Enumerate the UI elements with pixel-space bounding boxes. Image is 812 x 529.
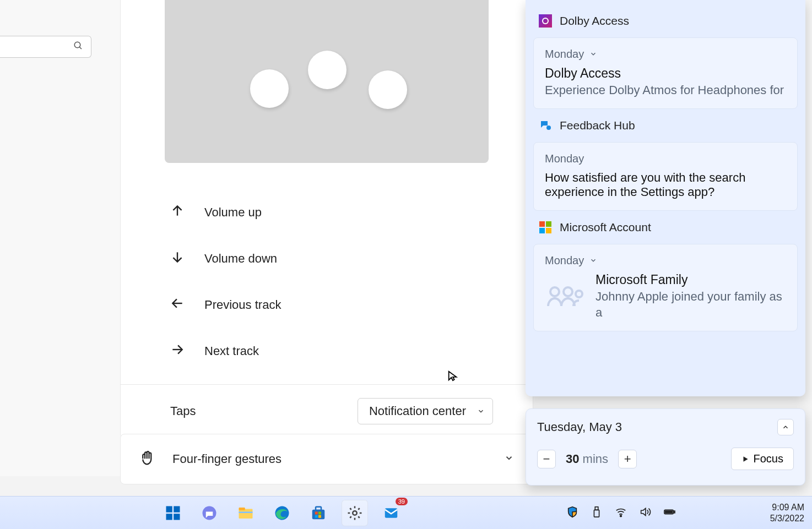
notification-center: Dolby Access Monday Dolby Access Experie… [526,0,805,396]
touch-point-icon [250,69,289,108]
svg-rect-21 [315,511,318,514]
feedback-hub-icon [539,119,552,132]
svg-rect-17 [239,511,253,513]
arrow-up-icon [170,204,185,221]
dropdown-value: Notification center [369,404,466,418]
chevron-down-icon [504,453,514,465]
svg-rect-28 [594,510,599,517]
notification-body: Experience Dolby Atmos for Headphones fo… [545,82,786,99]
touch-point-icon [369,70,407,109]
taskbar-store-icon[interactable] [305,500,332,526]
taskbar-clock[interactable]: 9:09 AM 5/3/2022 [770,502,804,524]
svg-point-29 [620,515,622,516]
three-finger-gestures-card: Volume up Volume down Previous track Nex… [120,0,533,438]
svg-point-0 [74,42,80,48]
chevron-down-icon [589,48,597,61]
svg-rect-20 [316,506,321,510]
microsoft-icon [539,221,552,234]
gesture-row-previous-track[interactable]: Previous track [170,282,533,328]
arrow-down-icon [170,250,185,268]
four-finger-gestures-card[interactable]: Four-finger gestures [120,434,533,484]
notification-card[interactable]: Monday Dolby Access Experience Dolby Atm… [533,37,798,109]
svg-point-7 [550,287,559,296]
touch-point-icon [308,51,347,89]
svg-rect-22 [318,511,321,514]
clock-time: 9:09 AM [770,502,804,513]
notification-time-row: Monday [545,152,786,165]
dolby-icon [539,14,552,28]
gesture-preview [165,0,489,163]
volume-icon[interactable] [639,506,651,520]
notification-card[interactable]: Monday How satisfied are you with the se… [533,142,798,211]
gesture-label: Previous track [204,298,281,312]
arrow-left-icon [170,296,185,314]
four-finger-label: Four-finger gestures [172,452,488,466]
svg-rect-27 [595,506,598,510]
chevron-up-icon [782,423,789,431]
notification-time: Monday [545,48,584,61]
notification-app-header-msaccount[interactable]: Microsoft Account [533,219,798,236]
svg-rect-24 [318,515,321,517]
focus-decrement-button[interactable]: − [537,450,556,468]
calendar-date[interactable]: Tuesday, May 3 [537,420,622,434]
svg-rect-13 [174,514,180,520]
svg-rect-15 [239,509,253,519]
notification-app-header-feedback[interactable]: Feedback Hub [533,117,798,134]
taskbar: 39 9:09 AM 5/3/2022 [0,496,812,529]
svg-rect-10 [166,506,172,512]
usb-icon[interactable] [591,506,603,520]
start-button[interactable] [160,500,186,526]
notification-body: Johnny Apple joined your family as a [596,288,786,321]
notification-app-header-dolby[interactable]: Dolby Access [533,12,798,30]
settings-window: Volume up Volume down Previous track Nex… [0,0,532,476]
security-icon[interactable] [566,506,578,520]
svg-rect-12 [166,514,172,520]
gesture-row-next-track[interactable]: Next track [170,328,533,374]
taskbar-chat-icon[interactable] [196,500,223,526]
search-icon [73,41,83,53]
arrow-right-icon [170,342,185,360]
battery-icon[interactable] [663,506,675,520]
family-icon [545,282,584,312]
svg-rect-32 [665,511,673,513]
notification-time-row[interactable]: Monday [545,48,786,61]
svg-point-9 [576,291,582,297]
notification-time: Monday [545,254,584,267]
app-name: Microsoft Account [560,221,651,234]
notification-title: Microsoft Family [596,272,786,287]
focus-button[interactable]: Focus [731,448,794,470]
gesture-label: Volume up [204,205,262,220]
taskbar-explorer-icon[interactable] [232,500,259,526]
collapse-button[interactable] [777,419,794,435]
svg-rect-11 [174,506,180,512]
taskbar-mail-icon[interactable]: 39 [378,500,404,526]
taps-row: Taps Notification center [121,384,533,438]
clock-date: 5/3/2022 [770,513,804,524]
calendar-focus-panel: Tuesday, May 3 − 30 mins + Focus [526,408,805,486]
gesture-label: Volume down [204,252,277,266]
focus-duration: 30 mins [566,452,608,466]
gesture-row-volume-down[interactable]: Volume down [170,236,533,282]
taskbar-edge-icon[interactable] [269,500,295,526]
taps-label: Taps [170,404,196,418]
hand-icon [139,450,156,468]
notification-time-row[interactable]: Monday [545,254,786,267]
focus-increment-button[interactable]: + [618,450,637,468]
search-box[interactable] [0,36,91,58]
taskbar-settings-icon[interactable] [342,500,368,526]
wifi-icon[interactable] [615,506,627,520]
notification-card[interactable]: Monday Microsoft Family Johnny Apple joi… [533,244,798,331]
gesture-label: Next track [204,344,259,358]
play-icon [741,455,749,463]
svg-rect-23 [315,515,318,517]
notification-body: How satisfied are you with the search ex… [545,171,786,199]
notification-time: Monday [545,152,584,165]
svg-point-6 [546,126,551,130]
taps-dropdown[interactable]: Notification center [358,398,493,424]
gesture-list: Volume up Volume down Previous track Nex… [121,163,533,384]
app-name: Dolby Access [560,14,629,28]
gesture-row-volume-up[interactable]: Volume up [170,189,533,236]
mouse-cursor-icon [447,370,459,384]
system-tray[interactable] [566,506,675,520]
svg-line-1 [79,47,82,49]
